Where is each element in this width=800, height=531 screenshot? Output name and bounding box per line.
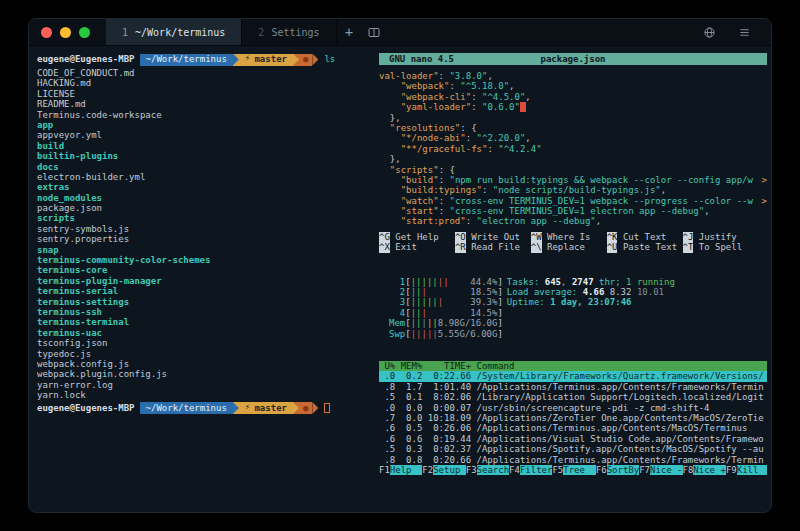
nano-line: "watch": "cross-env TERMINUS_DEV=1 webpa… bbox=[379, 196, 767, 206]
file-entry: extras bbox=[37, 182, 369, 192]
function-key-row: F1Help F2Setup F3SearchF4FilterF5Tree F6… bbox=[379, 465, 767, 475]
file-entry: node_modules bbox=[37, 193, 369, 203]
shell-prompt-line: eugene@Eugenes-MBP~/Work/terminus⚡master… bbox=[37, 402, 369, 415]
file-entry: terminus-settings bbox=[37, 297, 369, 307]
file-entry: terminus-serial bbox=[37, 286, 369, 296]
file-entry: snap bbox=[37, 245, 369, 255]
file-entry: terminus-core bbox=[37, 265, 369, 275]
file-listing: CODE_OF_CONDUCT.mdHACKING.mdLICENSEREADM… bbox=[37, 68, 369, 401]
tab-settings[interactable]: 2 Settings bbox=[242, 19, 336, 45]
dirty-dot-icon: ● bbox=[303, 403, 308, 413]
nano-line: "start:prod": "electron app --debug", bbox=[379, 216, 767, 226]
tab-index: 2 bbox=[258, 27, 264, 38]
minimize-window-button[interactable] bbox=[60, 27, 71, 38]
nano-line: }, bbox=[379, 113, 767, 123]
system-stats: Tasks: 645, 2747 thr; 1 runningLoad aver… bbox=[507, 277, 675, 339]
nano-buffer: val-loader": "3.8.0", "webpack": "^5.18.… bbox=[379, 71, 767, 227]
file-entry: CODE_OF_CONDUCT.md bbox=[37, 68, 369, 78]
file-entry: HACKING.md bbox=[37, 78, 369, 88]
process-row: U% MEM% TIME+ Command bbox=[379, 361, 767, 371]
file-entry: app bbox=[37, 120, 369, 130]
file-entry: tsconfig.json bbox=[37, 338, 369, 348]
file-entry: appveyor.yml bbox=[37, 130, 369, 140]
nano-titlebar: GNU nano 4.5 package.json bbox=[379, 53, 767, 65]
tab-label: ~/Work/terminus bbox=[135, 27, 225, 38]
process-row: .0 0.2 0:22.66 /System/Library/Framework… bbox=[379, 371, 767, 381]
terminal-pane-htop[interactable]: 1[||||||| 44.4%] 2[||| 18.5%] 3[|||||| 3… bbox=[379, 277, 767, 476]
typed-command: ls bbox=[318, 54, 335, 64]
stat-line: Uptime: 1 day, 23:07:46 bbox=[507, 297, 675, 307]
new-tab-button[interactable]: + bbox=[337, 19, 362, 45]
tab-strip: 1 ~/Work/terminus 2 Settings bbox=[106, 19, 337, 45]
nano-line: "webpack-cli": "^4.5.0", bbox=[379, 92, 767, 102]
zoom-window-button[interactable] bbox=[79, 27, 90, 38]
prompt-dirty-segment: ● bbox=[299, 402, 312, 414]
file-entry: terminus-terminal bbox=[37, 317, 369, 327]
meter-line: Swp[|||||5.55G/6.00G] bbox=[389, 329, 503, 339]
terminal-window: 1 ~/Work/terminus 2 Settings + e bbox=[28, 18, 772, 513]
tab-label: Settings bbox=[271, 27, 319, 38]
nano-line: "resolutions": { bbox=[379, 123, 767, 133]
close-window-button[interactable] bbox=[41, 27, 52, 38]
menu-icon[interactable] bbox=[732, 27, 757, 38]
file-entry: README.md bbox=[37, 99, 369, 109]
file-entry: electron-builder.yml bbox=[37, 172, 369, 182]
process-row: .8 1.7 1:01.40 /Applications/Terminus.ap… bbox=[379, 382, 767, 392]
terminal-pane-nano[interactable]: GNU nano 4.5 package.json val-loader": "… bbox=[379, 53, 767, 253]
prompt-user: eugene@Eugenes-MBP bbox=[37, 403, 140, 413]
terminal-pane-shell[interactable]: eugene@Eugenes-MBP~/Work/terminus⚡master… bbox=[37, 53, 369, 513]
nano-line: "*/node-abi": "^2.20.0", bbox=[379, 133, 767, 143]
meter-line: Mem[|||||8.98G/16.0G] bbox=[389, 318, 503, 328]
file-entry: typedoc.js bbox=[37, 349, 369, 359]
file-entry: terminus-community-color-schemes bbox=[37, 255, 369, 265]
prompt-user: eugene@Eugenes-MBP bbox=[37, 54, 140, 64]
file-entry: docs bbox=[37, 162, 369, 172]
file-entry: scripts bbox=[37, 213, 369, 223]
titlebar: 1 ~/Work/terminus 2 Settings + bbox=[29, 19, 771, 46]
file-entry: webpack.plugin.config.js bbox=[37, 369, 369, 379]
meter-line: 1[||||||| 44.4%] bbox=[389, 277, 503, 287]
titlebar-drag-area bbox=[387, 19, 697, 45]
nano-line: "scripts": { bbox=[379, 165, 767, 175]
nano-shortcut-row: ^X Exit ^R Read File ^\ Replace ^U Paste… bbox=[379, 242, 767, 252]
nano-line: "yaml-loader": "0.6.0" bbox=[379, 102, 767, 112]
nano-line: val-loader": "3.8.0", bbox=[379, 71, 767, 81]
stat-line: Load average: 4.66 8.32 10.01 bbox=[507, 287, 675, 297]
nano-shortcut-bar: ^G Get Help ^O Write Out ^W Where Is ^K … bbox=[379, 232, 767, 253]
split-pane-icon[interactable] bbox=[362, 19, 387, 45]
process-row: .6 0.5 0:26.06 /Applications/Terminus.ap… bbox=[379, 423, 767, 433]
prompt-path-segment: ~/Work/terminus bbox=[140, 402, 233, 414]
file-entry: terminus-ssh bbox=[37, 307, 369, 317]
meter-line: 2[||| 18.5%] bbox=[389, 287, 503, 297]
file-entry: build bbox=[37, 141, 369, 151]
nano-filename: package.json bbox=[529, 54, 617, 64]
shell-prompt-line: eugene@Eugenes-MBP~/Work/terminus⚡master… bbox=[37, 53, 369, 66]
htop-function-key-bar: F1Help F2Setup F3SearchF4FilterF5Tree F6… bbox=[379, 465, 767, 475]
file-entry: terminus-plugin-manager bbox=[37, 276, 369, 286]
process-row: .0 0.0 0:00.07 /usr/sbin/screencapture -… bbox=[379, 403, 767, 413]
process-table: U% MEM% TIME+ Command .0 0.2 0:22.66 /Sy… bbox=[379, 361, 767, 465]
nano-line: "build": "npm run build:typings && webpa… bbox=[379, 175, 767, 185]
file-entry: yarn-error.log bbox=[37, 380, 369, 390]
stat-line: Tasks: 645, 2747 thr; 1 running bbox=[507, 277, 675, 287]
meter-line: 4[||| 14.5%] bbox=[389, 308, 503, 318]
branch-icon: ⚡ bbox=[245, 54, 251, 64]
cpu-memory-meters: 1[||||||| 44.4%] 2[||| 18.5%] 3[|||||| 3… bbox=[389, 277, 503, 339]
prompt-git-segment: ⚡master bbox=[239, 402, 293, 414]
process-row: .5 0.1 8:02.06 /Library/Application Supp… bbox=[379, 392, 767, 402]
process-row: .6 0.6 0:19.44 /Applications/Visual Stud… bbox=[379, 434, 767, 444]
traffic-lights bbox=[29, 19, 106, 45]
globe-icon[interactable] bbox=[697, 27, 722, 38]
process-row: .7 0.0 10:18.09 /Applications/ZeroTier O… bbox=[379, 413, 767, 423]
branch-icon: ⚡ bbox=[245, 403, 251, 413]
file-entry: sentry-symbols.js bbox=[37, 224, 369, 234]
tab-terminal[interactable]: 1 ~/Work/terminus bbox=[106, 19, 242, 45]
file-entry: terminus-uac bbox=[37, 328, 369, 338]
dirty-dot-icon: ● bbox=[303, 54, 308, 64]
file-entry: LICENSE bbox=[37, 89, 369, 99]
tab-index: 1 bbox=[122, 27, 128, 38]
meter-line: 3[|||||| 39.3%] bbox=[389, 297, 503, 307]
nano-line: "start": "cross-env TERMINUS_DEV=1 elect… bbox=[379, 206, 767, 216]
process-row: .5 0.3 0:02.37 /Applications/Spotify.app… bbox=[379, 444, 767, 454]
nano-line: }, bbox=[379, 154, 767, 164]
